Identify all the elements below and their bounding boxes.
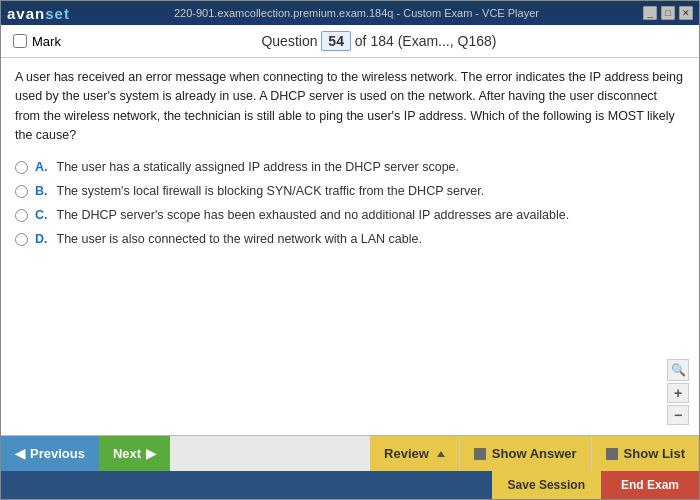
mark-container: Mark [13, 34, 61, 49]
review-arrow-icon [437, 451, 445, 457]
show-list-icon [606, 448, 618, 460]
show-answer-label: Show Answer [492, 446, 577, 461]
radio-c[interactable] [15, 209, 28, 222]
option-c-text: The DHCP server's scope has been exhaust… [57, 208, 570, 222]
question-header: Mark Question 54 of 184 (Exam..., Q168) [1, 25, 699, 58]
question-total: of 184 (Exam..., Q168) [355, 33, 497, 49]
zoom-in-button[interactable]: + [667, 383, 689, 403]
window-title: 220-901.examcollection.premium.exam.184q… [70, 7, 643, 19]
end-exam-button[interactable]: End Exam [601, 471, 699, 499]
maximize-button[interactable]: □ [661, 6, 675, 20]
show-list-button[interactable]: Show List [591, 436, 699, 471]
search-icon[interactable]: 🔍 [667, 359, 689, 381]
review-button[interactable]: Review [370, 436, 459, 471]
question-text: A user has received an error message whe… [15, 68, 685, 146]
review-label: Review [384, 446, 429, 461]
option-c: C. The DHCP server's scope has been exha… [15, 208, 685, 222]
next-arrow-icon: ▶ [146, 446, 156, 461]
option-d: D. The user is also connected to the wir… [15, 232, 685, 246]
content-area: A user has received an error message whe… [1, 58, 699, 435]
save-session-button[interactable]: Save Session [492, 471, 601, 499]
logo-avan: avan [7, 5, 45, 22]
zoom-controls: 🔍 + − [667, 359, 689, 425]
main-window: avanset 220-901.examcollection.premium.e… [0, 0, 700, 500]
next-button[interactable]: Next ▶ [99, 436, 170, 471]
answer-options: A. The user has a statically assigned IP… [15, 160, 685, 246]
question-label: Question [261, 33, 317, 49]
title-bar-left: avanset [7, 5, 70, 22]
option-b-label: B. [35, 184, 48, 198]
save-session-label: Save Session [508, 478, 585, 492]
previous-arrow-icon: ◀ [15, 446, 25, 461]
question-number: 54 [321, 31, 351, 51]
mark-checkbox[interactable] [13, 34, 27, 48]
option-d-label: D. [35, 232, 48, 246]
next-label: Next [113, 446, 141, 461]
close-button[interactable]: ✕ [679, 6, 693, 20]
status-bar: Save Session End Exam [1, 471, 699, 499]
question-number-area: Question 54 of 184 (Exam..., Q168) [71, 31, 687, 51]
bottom-toolbar: ◀ Previous Next ▶ Review Show Answer Sho… [1, 435, 699, 471]
title-bar: avanset 220-901.examcollection.premium.e… [1, 1, 699, 25]
show-answer-icon [474, 448, 486, 460]
radio-a[interactable] [15, 161, 28, 174]
option-d-text: The user is also connected to the wired … [57, 232, 422, 246]
app-logo: avanset [7, 5, 70, 22]
option-a-text: The user has a statically assigned IP ad… [57, 160, 460, 174]
option-a: A. The user has a statically assigned IP… [15, 160, 685, 174]
show-answer-button[interactable]: Show Answer [459, 436, 591, 471]
option-b: B. The system's local firewall is blocki… [15, 184, 685, 198]
window-controls: _ □ ✕ [643, 6, 693, 20]
option-b-text: The system's local firewall is blocking … [57, 184, 485, 198]
logo-set: set [45, 5, 70, 22]
radio-d[interactable] [15, 233, 28, 246]
minimize-button[interactable]: _ [643, 6, 657, 20]
radio-b[interactable] [15, 185, 28, 198]
previous-label: Previous [30, 446, 85, 461]
zoom-out-button[interactable]: − [667, 405, 689, 425]
option-a-label: A. [35, 160, 48, 174]
previous-button[interactable]: ◀ Previous [1, 436, 99, 471]
option-c-label: C. [35, 208, 48, 222]
end-exam-label: End Exam [621, 478, 679, 492]
mark-label: Mark [32, 34, 61, 49]
show-list-label: Show List [624, 446, 685, 461]
